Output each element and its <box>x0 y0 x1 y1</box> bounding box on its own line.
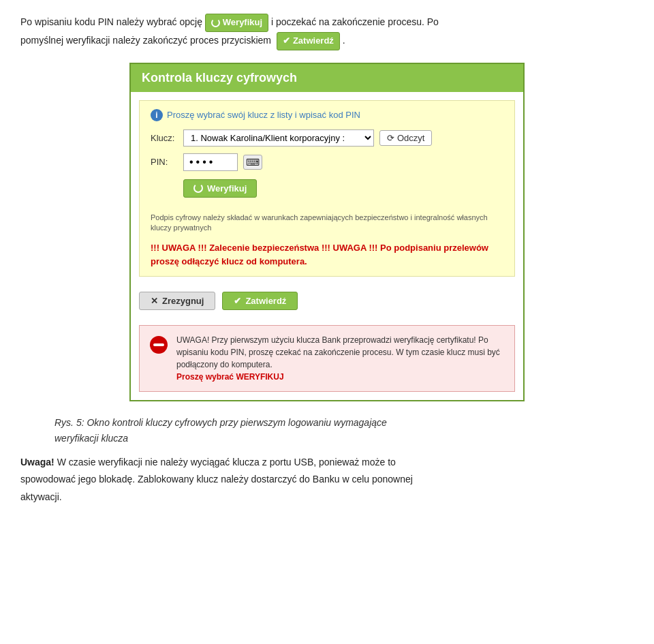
zrezygnuj-button[interactable]: ✕ Zrezygnuj <box>139 292 215 310</box>
caption-line1: Rys. 5: Okno kontroli kluczy cyfrowych p… <box>54 417 387 428</box>
caption-line2: weryfikacji klucza <box>54 433 128 444</box>
uwaga-text1: W czasie weryfikacji nie należy wyciągać… <box>57 457 396 467</box>
uwaga-text2: spowodować jego blokadę. Zablokowany klu… <box>20 474 413 485</box>
dialog-inner: i Proszę wybrać swój klucz z listy i wpi… <box>139 100 515 277</box>
no-entry-icon <box>149 335 168 354</box>
uwaga-section: Uwaga! W czasie weryfikacji nie należy w… <box>20 454 634 506</box>
spin-icon <box>193 183 203 193</box>
caption: Rys. 5: Okno kontroli kluczy cyfrowych p… <box>54 415 634 446</box>
zatwierdz-button[interactable]: ✔ Zatwierdź <box>222 292 298 310</box>
intro-line1-after: i poczekać na zakończenie procesu. Po <box>271 16 439 27</box>
inline-weryfikuj-button: Weryfikuj <box>205 14 268 32</box>
weryfikuj-row: Weryfikuj <box>151 177 503 206</box>
zrezygnuj-label: Zrezygnuj <box>162 296 204 306</box>
klucz-row: Klucz: 1. Nowak Karolina/Klient korporac… <box>151 129 503 147</box>
pin-label: PIN: <box>151 157 178 167</box>
inline-zatwierdz-label: Zatwierdź <box>293 34 334 48</box>
weryfikuj-label: Weryfikuj <box>207 183 247 194</box>
uwaga-label: Uwaga! <box>20 457 54 467</box>
info-text: Proszę wybrać swój klucz z listy i wpisa… <box>167 110 360 120</box>
dialog-footer: ✕ Zrezygnuj ✔ Zatwierdź <box>131 285 523 317</box>
keyboard-icon[interactable]: ⌨ <box>243 155 262 170</box>
dialog-box: Kontrola kluczy cyfrowych i Proszę wybra… <box>129 63 525 402</box>
odczyt-icon: ⟳ <box>387 133 394 143</box>
alert-main-text: UWAGA! Przy pierwszym użyciu klucza Bank… <box>176 335 500 369</box>
odczyt-button[interactable]: ⟳ Odczyt <box>379 130 432 146</box>
check-icon: ✔ <box>234 296 241 306</box>
inline-zatwierdz-button: ✔ Zatwierdź <box>277 32 340 50</box>
spin-icon-inline <box>211 18 220 27</box>
intro-paragraph: Po wpisaniu kodu PIN należy wybrać opcję… <box>20 14 634 50</box>
zatwierdz-label: Zatwierdź <box>245 296 286 306</box>
odczyt-label: Odczyt <box>397 133 424 143</box>
weryfikuj-button[interactable]: Weryfikuj <box>183 179 257 198</box>
intro-line1-before: Po wpisaniu kodu PIN należy wybrać opcję <box>20 16 202 27</box>
klucz-select[interactable]: 1. Nowak Karolina/Klient korporacyjny : <box>183 129 374 147</box>
x-icon: ✕ <box>151 296 158 306</box>
dialog-title: Kontrola kluczy cyfrowych <box>142 71 297 85</box>
uwaga-text3: aktywacji. <box>20 491 62 502</box>
klucz-label: Klucz: <box>151 133 178 143</box>
alert-link[interactable]: Proszę wybrać WERYFIKUJ <box>176 372 284 382</box>
warning-text: !!! UWAGA !!! Zalecenie bezpieczeństwa !… <box>151 241 503 268</box>
info-row: i Proszę wybrać swój klucz z listy i wpi… <box>151 109 503 121</box>
intro-line2-before: pomyślnej weryfikacji należy zakończyć p… <box>20 35 271 46</box>
dialog-header: Kontrola kluczy cyfrowych <box>131 64 523 92</box>
pin-input[interactable] <box>183 153 238 171</box>
disclaimer-text: Podpis cyfrowy należy składać w warunkac… <box>151 213 503 234</box>
dialog-wrapper: Kontrola kluczy cyfrowych i Proszę wybra… <box>20 63 634 402</box>
alert-text-container: UWAGA! Przy pierwszym użyciu klucza Bank… <box>176 334 505 383</box>
inline-weryfikuj-label: Weryfikuj <box>223 16 262 30</box>
alert-box: UWAGA! Przy pierwszym użyciu klucza Bank… <box>139 325 515 392</box>
svg-rect-1 <box>153 343 164 346</box>
pin-row: PIN: ⌨ <box>151 153 503 171</box>
info-icon: i <box>151 109 163 121</box>
